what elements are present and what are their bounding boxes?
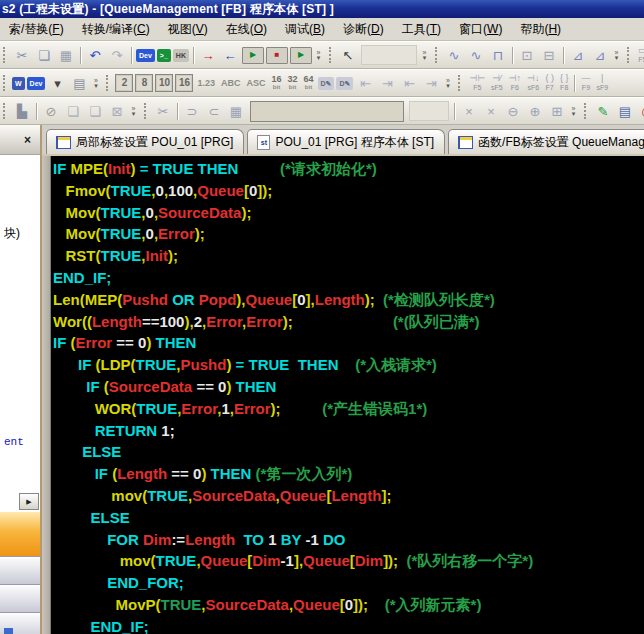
wire-delete2-icon[interactable]: × <box>481 101 501 121</box>
format-ascii-button[interactable]: ASC <box>244 73 267 93</box>
toolbar-grip[interactable] <box>584 103 589 119</box>
overflow-chevron-icon[interactable]: »▾ <box>442 73 453 93</box>
nav-category-button[interactable] <box>0 613 40 634</box>
format-real-button[interactable]: 1.23 <box>195 73 217 93</box>
toolbar-grip[interactable] <box>435 47 440 63</box>
menu-item[interactable]: 诊断(D) <box>334 18 393 41</box>
st-code-editor[interactable]: IF MPE(Init) = TRUE THEN (*请求初始化*) Fmov(… <box>42 154 644 634</box>
read-from-plc-icon[interactable]: ← <box>220 45 240 65</box>
close-icon[interactable]: × <box>24 134 31 146</box>
undo-icon[interactable]: ↶ <box>85 45 105 65</box>
ladder-hline-key[interactable]: —F9 <box>580 73 591 93</box>
trace-register-icon[interactable]: ⊡ <box>517 45 537 65</box>
toolbar-grip[interactable] <box>106 75 111 91</box>
zoom-in-icon[interactable]: ⊕ <box>525 101 545 121</box>
nav-category-button[interactable] <box>0 585 40 613</box>
zoom-grid-icon[interactable]: ⊞ <box>547 101 567 121</box>
window-close-icon[interactable]: ⊠ <box>107 101 127 121</box>
monitor-start-icon[interactable]: ▶ <box>242 47 264 64</box>
redo-icon[interactable]: ↷ <box>107 45 127 65</box>
format-binary-button[interactable]: 2 <box>115 74 133 92</box>
connect-prev-icon[interactable]: ⊃ <box>182 101 202 121</box>
trace-transfer-icon[interactable]: ⊟ <box>539 45 559 65</box>
expand-arrow-button[interactable]: ▶ <box>19 493 39 510</box>
doc-find-icon[interactable]: ▤ <box>69 73 89 93</box>
select-mode-icon[interactable]: ↖ <box>338 45 358 65</box>
menu-item[interactable]: 转换/编译(C) <box>73 18 159 41</box>
device-usage-list-icon[interactable]: HK <box>173 49 189 62</box>
device-next2-icon[interactable]: ⇥ <box>421 73 441 93</box>
zoom-out-icon[interactable]: ⊖ <box>503 101 523 121</box>
monitor-stop-icon[interactable]: ■ <box>266 47 288 64</box>
device-display-icon[interactable]: W <box>12 77 25 90</box>
menu-item[interactable]: 工具(T) <box>393 18 450 41</box>
monitor-write-icon[interactable]: ▶ <box>290 47 312 64</box>
menu-item[interactable]: 视图(V) <box>159 18 217 41</box>
wire-delete-icon[interactable]: × <box>459 101 479 121</box>
toolbar-grip[interactable] <box>627 47 632 63</box>
overflow-chevron-icon[interactable]: »▾ <box>313 45 324 65</box>
format-octal-button[interactable]: 8 <box>135 74 153 92</box>
device-search-combo[interactable] <box>250 101 404 122</box>
format-hex-button[interactable]: 16 <box>175 74 193 92</box>
overflow-chevron-icon[interactable]: »▾ <box>419 45 430 65</box>
partial-icon[interactable]: ▙ <box>12 101 32 121</box>
grid-display-icon[interactable]: ▦ <box>226 101 246 121</box>
doc-edit-icon[interactable]: ▤ <box>615 101 635 121</box>
document-tab[interactable]: stPOU_01 [PRG] 程序本体 [ST] <box>247 129 445 154</box>
ladder-application-key[interactable]: { }F8 <box>559 73 570 93</box>
device-prev2-icon[interactable]: ⇤ <box>399 73 419 93</box>
menu-item[interactable]: 帮助(H) <box>511 18 570 41</box>
ladder-rising-pulse-key[interactable]: ⊣↑F6 <box>508 73 522 93</box>
connect-next-icon[interactable]: ⊂ <box>204 101 224 121</box>
nav-category-button[interactable] <box>0 557 40 585</box>
ladder-falling-pulse-key[interactable]: ⊣↓sF6 <box>526 73 540 93</box>
overflow-chevron-icon[interactable]: »▾ <box>128 101 139 121</box>
ladder-f5-key[interactable]: ▭F5 <box>637 45 644 65</box>
no-entry-icon[interactable]: ⊘ <box>41 101 61 121</box>
toolbar-grip[interactable] <box>3 103 8 119</box>
toolbar-grip[interactable] <box>3 47 8 63</box>
toolbar-grip[interactable] <box>3 75 8 91</box>
pulse-trace-icon[interactable]: ⊓ <box>488 45 508 65</box>
device-test2-icon[interactable]: D✎ <box>336 77 353 90</box>
overflow-chevron-icon[interactable]: »▾ <box>611 45 622 65</box>
format-string-button[interactable]: ABC <box>219 73 243 93</box>
ladder-closed-contact-key[interactable]: ⊣∕sF5 <box>490 73 504 93</box>
device-prev-icon[interactable]: ⇤ <box>355 73 375 93</box>
nav-category-selected[interactable] <box>0 511 40 557</box>
copy-icon[interactable]: ❏ <box>34 45 54 65</box>
ladder-vline-key[interactable]: |sF9 <box>595 73 609 93</box>
format-decimal-button[interactable]: 10 <box>155 74 173 92</box>
document-tab[interactable]: 局部标签设置 POU_01 [PRG] <box>46 129 244 154</box>
word-32bit-button[interactable]: 32bit <box>286 73 300 93</box>
sampling-trace-icon[interactable]: ∿ <box>444 45 464 65</box>
verify-red-icon[interactable]: ◎ <box>637 101 644 121</box>
ladder-open-contact-key[interactable]: ⊣⊢F5 <box>468 73 486 93</box>
ladder-coil-key[interactable]: ( )F7 <box>544 73 555 93</box>
device-next-icon[interactable]: ⇥ <box>377 73 397 93</box>
toolbar-grip[interactable] <box>329 47 334 63</box>
window-cascade-icon[interactable]: ❏ <box>63 101 83 121</box>
wire-cut-icon[interactable]: ✂ <box>153 101 173 121</box>
cut-icon[interactable]: ✂ <box>12 45 32 65</box>
document-tab[interactable]: 函数/FB标签设置 QueueManage... <box>448 129 644 154</box>
sampling-trace-window-icon[interactable]: ∿ <box>466 45 486 65</box>
slope-down-icon[interactable]: ⊿ <box>590 45 610 65</box>
menu-item[interactable]: 在线(O) <box>217 18 276 41</box>
device-monitor-eye-icon[interactable]: Dev <box>27 77 46 90</box>
dropdown-arrow-icon[interactable]: ▾ <box>47 73 67 93</box>
slope-up-icon[interactable]: ⊿ <box>568 45 588 65</box>
paste-icon[interactable]: ▦ <box>56 45 76 65</box>
edit-mode-icon[interactable]: ✎ <box>593 101 613 121</box>
cross-reference-icon[interactable]: >_ <box>157 49 171 62</box>
menu-item[interactable]: 调试(B) <box>276 18 334 41</box>
toolbar-grip[interactable] <box>458 75 463 91</box>
menu-item[interactable]: 索/替换(F) <box>0 18 73 41</box>
word-16bit-button[interactable]: 16bit <box>270 73 284 93</box>
menu-item[interactable]: 窗口(W) <box>450 18 511 41</box>
window-tile-icon[interactable]: ❏ <box>85 101 105 121</box>
toolbar-grip[interactable] <box>144 103 149 119</box>
device-comment-search-icon[interactable]: Dev <box>136 49 155 62</box>
word-64bit-button[interactable]: 64bit <box>302 73 316 93</box>
